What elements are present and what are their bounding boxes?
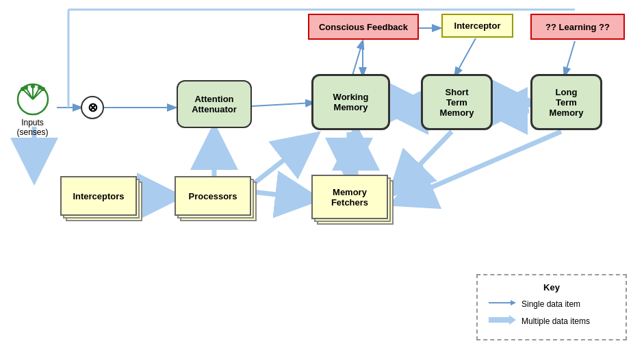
inputs-icon [16,82,50,116]
thin-arrow-svg [489,298,516,308]
circle-x-node: ⊗ [81,96,104,119]
working-memory-label: Working Memory [333,92,369,112]
circle-x-symbol: ⊗ [88,100,98,115]
diagram: Inputs (senses) ⊗ Attention Attenuator W… [0,0,644,361]
attention-attenuator-node: Attention Attenuator [177,80,252,128]
inputs-node: Inputs (senses) [7,82,58,137]
memory-fetchers-node: Memory Fetchers [311,175,388,219]
interceptors-node-container: Interceptors [60,176,137,216]
processors-node: Processors [175,176,251,216]
svg-line-10 [455,38,476,75]
svg-line-22 [397,132,561,202]
processors-label: Processors [189,191,237,201]
interceptors-node: Interceptors [60,176,137,216]
svg-marker-37 [509,315,516,325]
key-multiple-row: Multiple data items [489,314,615,328]
inputs-label: Inputs (senses) [7,118,58,137]
memory-fetchers-container: Memory Fetchers [311,175,388,219]
short-term-label: Short Term Memory [440,87,474,118]
short-term-memory-node: Short Term Memory [421,74,493,130]
key-single-label: Single data item [521,299,580,309]
long-term-memory-node: Long Term Memory [530,74,602,130]
key-box: Key Single data item Multiple data items [476,274,627,340]
key-multiple-arrow-icon [489,314,516,328]
svg-point-33 [41,87,45,91]
svg-point-30 [24,86,28,90]
key-multiple-label: Multiple data items [521,316,590,326]
conscious-feedback-label: Conscious Feedback [319,22,408,32]
working-memory-node: Working Memory [311,74,390,130]
attention-label: Attention Attenuator [192,94,237,114]
processors-node-container: Processors [175,176,251,216]
learning-label: ?? Learning ?? [545,22,610,32]
interceptor-top-node: Interceptor [441,14,513,38]
svg-line-17 [252,137,313,185]
thick-arrow-svg [489,314,516,326]
svg-line-7 [352,41,363,75]
svg-point-31 [31,84,35,88]
long-term-label: Long Term Memory [550,87,584,118]
key-single-arrow-icon [489,298,516,310]
interceptor-top-label: Interceptor [454,21,501,31]
key-single-row: Single data item [489,298,615,310]
svg-line-18 [252,192,313,199]
learning-node: ?? Learning ?? [530,14,625,40]
conscious-feedback-node: Conscious Feedback [308,14,419,40]
svg-line-21 [394,132,452,192]
key-title: Key [489,282,615,292]
svg-marker-35 [511,300,516,306]
interceptors-label: Interceptors [73,191,124,201]
svg-line-11 [565,41,575,75]
svg-line-2 [252,103,313,106]
memory-fetchers-label: Memory Fetchers [331,187,368,208]
